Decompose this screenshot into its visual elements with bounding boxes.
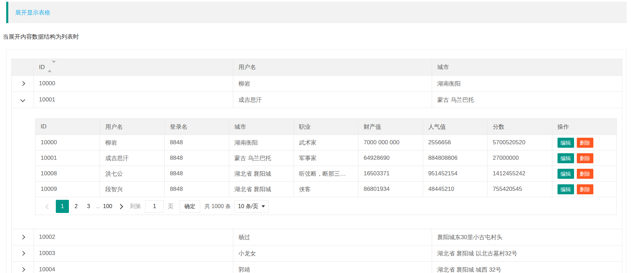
- nested-column-header-城市: 城市: [229, 119, 294, 135]
- nested-column-header-财产值: 财产值: [358, 119, 423, 135]
- chevron-right-icon[interactable]: [20, 81, 25, 86]
- nested-cell-city: 湖南衡阳: [229, 135, 294, 150]
- page-button-1[interactable]: 1: [56, 200, 69, 213]
- table-row: 10000柳岩湖南衡阳: [12, 76, 622, 92]
- nested-cell-city: 湖北省 襄阳城: [229, 166, 294, 182]
- column-header-label: ID: [39, 64, 45, 70]
- edit-button[interactable]: 编辑: [558, 138, 574, 148]
- nested-cell-popularity: 48445210: [423, 182, 487, 197]
- nested-column-header-登录名: 登录名: [164, 119, 229, 135]
- expand-toggle-cell[interactable]: [12, 76, 34, 92]
- column-header-用户名: 用户名: [233, 59, 432, 76]
- nested-cell-wealth: 86801934: [358, 182, 423, 197]
- nested-cell-city: 蒙古 乌兰巴托: [229, 150, 294, 166]
- nested-cell-id: 10001: [35, 150, 100, 166]
- cell-id: 10003: [34, 245, 233, 262]
- cell-city: 湖北省 襄阳城 城西 32号: [432, 262, 622, 273]
- nested-table-row: 10009段智兴8848湖北省 襄阳城侠客8680193448445210755…: [35, 182, 617, 197]
- subtitle: 当展开内容数据结构为列表时: [3, 33, 644, 40]
- nested-cell-city: 湖北省 襄阳城: [229, 182, 294, 197]
- nested-cell-wealth: 64928690: [358, 150, 423, 166]
- nested-cell-popularity: 884808806: [423, 150, 487, 166]
- expand-toggle-cell[interactable]: [12, 262, 34, 273]
- page-size-value: 10 条/页: [238, 203, 258, 210]
- expanded-row: ID用户名登录名城市职业财产值人气值分数操作10000柳岩8848湖南衡阳武术家…: [12, 108, 622, 229]
- page-button-2[interactable]: 2: [71, 200, 81, 213]
- cell-username: 成吉思汗: [233, 92, 432, 108]
- delete-button[interactable]: 删除: [577, 153, 593, 163]
- goto-label: 到第: [130, 203, 141, 210]
- section-link[interactable]: 展开显示表格: [8, 9, 50, 17]
- expanded-content-cell: ID用户名登录名城市职业财产值人气值分数操作10000柳岩8848湖南衡阳武术家…: [12, 108, 622, 229]
- chevron-right-icon[interactable]: [20, 267, 25, 272]
- nested-column-header-ID: ID: [35, 119, 100, 135]
- chevron-right-icon[interactable]: [20, 235, 25, 240]
- next-page-icon[interactable]: [118, 204, 123, 209]
- cell-username: 小龙女: [233, 245, 432, 262]
- nested-cell-popularity: 951452154: [423, 166, 487, 182]
- nested-cell-actions: 编辑删除: [552, 166, 617, 182]
- cell-city: 蒙古 乌兰巴托: [432, 92, 622, 108]
- table-row: 10002杨过襄阳城东30里小古屯村头: [12, 229, 622, 245]
- delete-button[interactable]: 删除: [577, 138, 593, 148]
- cell-city: 湖北省 襄阳城 以北古墓村32号: [432, 245, 622, 262]
- page-size-select[interactable]: 10 条/页: [234, 200, 269, 213]
- expand-toggle-cell[interactable]: [12, 92, 34, 108]
- nested-cell-login: 8848: [164, 182, 229, 197]
- edit-button[interactable]: 编辑: [558, 184, 574, 194]
- sort-asc-icon[interactable]: [48, 63, 52, 72]
- delete-button[interactable]: 删除: [577, 184, 593, 194]
- nested-cell-job: 听弦断，断那三…: [294, 166, 358, 182]
- table-row: 10003小龙女湖北省 襄阳城 以北古墓村32号: [12, 245, 622, 262]
- main-table: ID用户名城市10000柳岩湖南衡阳10001成吉思汗蒙古 乌兰巴托ID用户名登…: [11, 59, 622, 273]
- cell-id: 10002: [34, 229, 233, 245]
- expand-toggle-cell[interactable]: [12, 245, 34, 262]
- cell-city: 襄阳城东30里小古屯村头: [432, 229, 622, 245]
- expand-toggle-cell[interactable]: [12, 229, 34, 245]
- nested-cell-login: 8848: [164, 166, 229, 182]
- nested-table: ID用户名登录名城市职业财产值人气值分数操作10000柳岩8848湖南衡阳武术家…: [35, 118, 617, 197]
- table-row: 10004郭靖湖北省 襄阳城 城西 32号: [12, 262, 622, 273]
- expand-column-header: [12, 59, 34, 76]
- edit-button[interactable]: 编辑: [558, 153, 574, 163]
- sort-icon[interactable]: [48, 63, 56, 70]
- nested-cell-job: 军事家: [294, 150, 358, 166]
- nested-column-header-用户名: 用户名: [100, 119, 164, 135]
- nested-cell-actions: 编辑删除: [552, 182, 617, 197]
- nested-cell-id: 10009: [35, 182, 100, 197]
- cell-city: 湖南衡阳: [432, 76, 622, 92]
- chevron-down-icon: [262, 205, 265, 207]
- chevron-right-icon[interactable]: [20, 251, 25, 256]
- chevron-down-icon[interactable]: [20, 97, 25, 102]
- nested-cell-login: 8848: [164, 150, 229, 166]
- confirm-button[interactable]: 确定: [180, 200, 200, 213]
- nested-cell-job: 武术家: [294, 135, 358, 150]
- nested-cell-score: 5700520520: [488, 135, 552, 150]
- cell-username: 郭靖: [233, 262, 432, 273]
- table-row: 10001成吉思汗蒙古 乌兰巴托: [12, 92, 622, 108]
- edit-button[interactable]: 编辑: [558, 169, 574, 179]
- nested-cell-id: 10000: [35, 135, 100, 150]
- nested-column-header-职业: 职业: [294, 119, 358, 135]
- nested-cell-popularity: 2556656: [423, 135, 487, 150]
- cell-id: 10000: [34, 76, 233, 92]
- page-unit-label: 页: [168, 203, 173, 210]
- expandable-table: ID用户名城市10000柳岩湖南衡阳10001成吉思汗蒙古 乌兰巴托ID用户名登…: [11, 59, 622, 273]
- column-header-ID[interactable]: ID: [34, 59, 233, 76]
- column-header-label: 用户名: [238, 64, 256, 70]
- nested-table-row: 10001成吉思汗8848蒙古 乌兰巴托军事家64928690884808806…: [35, 150, 617, 166]
- nested-cell-actions: 编辑删除: [552, 150, 617, 166]
- nested-cell-score: 1412455242: [488, 166, 552, 182]
- nested-cell-actions: 编辑删除: [552, 135, 617, 150]
- main-table-header-row: ID用户名城市: [12, 59, 622, 76]
- sort-desc-icon[interactable]: [52, 61, 56, 70]
- page-button-3[interactable]: 3: [83, 200, 94, 213]
- page-button-100[interactable]: 100: [102, 200, 113, 213]
- prev-page-icon[interactable]: [45, 204, 51, 209]
- column-header-label: 城市: [437, 64, 449, 70]
- goto-page-input[interactable]: [145, 200, 164, 213]
- table-container: ID用户名城市10000柳岩湖南衡阳10001成吉思汗蒙古 乌兰巴托ID用户名登…: [6, 49, 627, 273]
- nested-column-header-分数: 分数: [488, 119, 552, 135]
- pagination-bar: 123...100到第页确定共 1000 条10 条/页: [35, 198, 617, 215]
- delete-button[interactable]: 删除: [577, 169, 593, 179]
